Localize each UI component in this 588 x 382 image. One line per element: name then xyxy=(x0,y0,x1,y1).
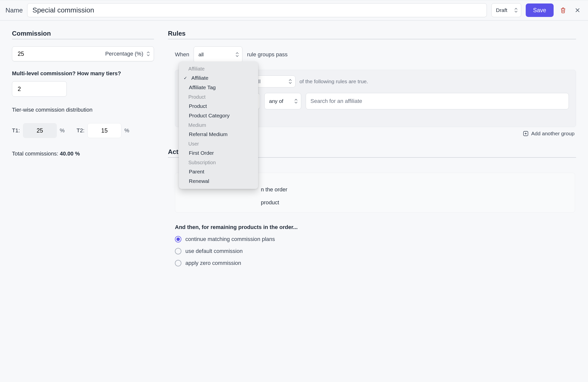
chevron-updown-icon xyxy=(514,8,517,12)
rules-when-row: When all rule groups pass xyxy=(168,46,576,63)
commission-type-value: Percentage (%) xyxy=(105,51,143,57)
name-input[interactable] xyxy=(27,3,487,17)
when-suffix: rule groups pass xyxy=(247,51,288,58)
dropdown-group-label: Medium xyxy=(179,120,258,130)
check-icon: ✓ xyxy=(182,76,188,81)
commission-title: Commission xyxy=(12,30,154,39)
total-commissions: Total commissions: 40.00 % xyxy=(12,151,154,157)
when-select[interactable]: all xyxy=(194,46,242,63)
tier-distribution-row: T1: % T2: % xyxy=(12,123,154,138)
dropdown-group-label: Subscription xyxy=(179,158,258,167)
status-select[interactable]: Draft xyxy=(491,3,521,17)
dropdown-item-product-category[interactable]: Product Category xyxy=(179,111,258,120)
commission-type-select[interactable]: Percentage (%) xyxy=(105,51,150,57)
chevron-updown-icon xyxy=(147,52,150,56)
radio-icon xyxy=(175,248,181,254)
dropdown-item-referral-medium[interactable]: Referral Medium xyxy=(179,130,258,139)
percent-sign: % xyxy=(60,127,65,134)
tier1-input xyxy=(23,123,57,138)
delete-button[interactable] xyxy=(558,5,568,15)
then-block: And then, for remaining products in the … xyxy=(175,218,576,266)
rule-row: any of xyxy=(252,93,569,109)
tier-label: T2: xyxy=(76,127,84,134)
commission-row: Percentage (%) xyxy=(12,46,154,61)
rules-title: Rules xyxy=(168,30,576,39)
dropdown-item-renewal[interactable]: Renewal xyxy=(179,176,258,186)
affiliate-search-input[interactable] xyxy=(306,93,569,109)
close-icon xyxy=(575,7,581,13)
dropdown-item-parent[interactable]: Parent xyxy=(179,167,258,176)
radio-icon xyxy=(175,236,181,242)
add-group-label: Add another group xyxy=(531,131,575,137)
dropdown-item-affiliate[interactable]: ✓ Affiliate xyxy=(179,73,258,83)
chevron-updown-icon xyxy=(289,79,292,84)
rule-operator-select[interactable]: any of xyxy=(264,93,301,109)
then-option-label: apply zero commission xyxy=(185,260,241,266)
then-option-label: continue matching commission plans xyxy=(185,236,275,242)
dropdown-item-first-order[interactable]: First Order xyxy=(179,148,258,158)
multi-level-label: Multi-level commission? How many tiers? xyxy=(12,70,154,77)
dropdown-group-label: Product xyxy=(179,92,258,101)
close-button[interactable] xyxy=(573,5,583,15)
then-option-default[interactable]: use default commission xyxy=(175,248,576,254)
chevron-updown-icon xyxy=(294,99,297,103)
radio-icon xyxy=(175,260,181,266)
commission-value-input[interactable] xyxy=(18,51,105,57)
trash-icon xyxy=(560,7,566,14)
when-value: all xyxy=(198,52,204,58)
rule-operator-value: any of xyxy=(269,98,283,104)
then-option-label: use default commission xyxy=(185,248,243,254)
status-value: Draft xyxy=(496,7,508,13)
percent-sign: % xyxy=(124,127,129,134)
dropdown-group-label: User xyxy=(179,139,258,148)
tier2-input[interactable] xyxy=(87,123,121,138)
then-heading: And then, for remaining products in the … xyxy=(175,224,576,230)
save-button[interactable]: Save xyxy=(526,3,554,17)
chevron-updown-icon xyxy=(236,52,239,57)
when-label: When xyxy=(175,51,189,58)
distribution-label: Tier-wise commission distribution xyxy=(12,107,154,113)
name-label: Name xyxy=(5,6,23,14)
obscured-text: product xyxy=(182,199,568,206)
then-option-continue[interactable]: continue matching commission plans xyxy=(175,236,576,242)
dropdown-item-product[interactable]: Product xyxy=(179,101,258,111)
dropdown-item-affiliate-tag[interactable]: Affiliate Tag xyxy=(179,83,258,92)
header-bar: Name Draft Save xyxy=(0,0,588,21)
dropdown-group-label: Affiliate xyxy=(179,64,258,73)
plus-square-icon xyxy=(523,131,529,137)
rule-type-dropdown[interactable]: Affiliate ✓ Affiliate Affiliate Tag Prod… xyxy=(179,62,258,189)
tier-label: T1: xyxy=(12,127,20,134)
then-option-zero[interactable]: apply zero commission xyxy=(175,260,576,266)
group-suffix: of the following rules are true. xyxy=(299,78,368,84)
tiers-count-input[interactable] xyxy=(12,81,67,97)
